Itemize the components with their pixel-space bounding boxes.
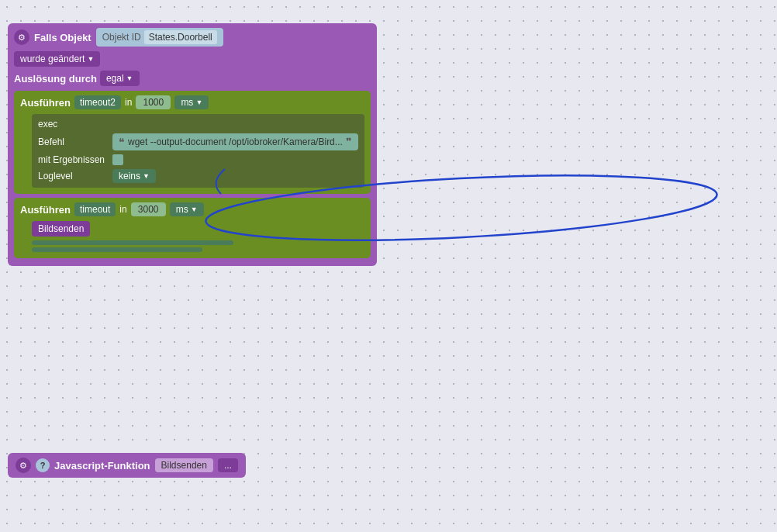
gear-icon[interactable]: ⚙: [14, 29, 29, 45]
ausfuhren1-label: Ausführen: [20, 97, 71, 109]
mit-ergebnissen-row: mit Ergebnissen: [38, 154, 358, 165]
connector-lines: [32, 240, 364, 252]
objekt-id-block: Objekt ID States.Doorbell: [96, 28, 223, 47]
timeout2-badge[interactable]: timeout2: [74, 95, 121, 109]
auslosung-dropdown[interactable]: egal: [100, 71, 140, 86]
function-gear-icon[interactable]: ⚙: [16, 458, 31, 473]
wurde-row: wurde geändert: [14, 51, 371, 67]
wurde-dropdown[interactable]: wurde geändert: [14, 51, 100, 67]
loglevel-label: Loglevel: [38, 171, 108, 181]
timeout-badge[interactable]: timeout: [74, 202, 116, 216]
exec-row: exec: [38, 119, 358, 130]
befehl-label: Befehl: [38, 136, 108, 147]
close-quote: ❞: [346, 136, 352, 148]
bildsenden-badge[interactable]: Bildsenden: [32, 221, 90, 237]
loglevel-dropdown[interactable]: keins: [112, 169, 156, 183]
befehl-row: Befehl ❝ wget --output-document /opt/iob…: [38, 133, 358, 150]
ausfuhren1-block: Ausführen timeout2 in 1000 ms exec Befeh…: [14, 91, 371, 194]
ausfuhren2-ms-unit[interactable]: ms: [170, 202, 204, 216]
auslosung-label: Auslösung durch: [14, 73, 97, 85]
objekt-id-value[interactable]: States.Doorbell: [144, 30, 217, 44]
function-dots-button[interactable]: ...: [218, 458, 238, 472]
loglevel-row: Loglevel keins: [38, 169, 358, 183]
exec-block: exec Befehl ❝ wget --output-document /op…: [32, 114, 364, 188]
falls-header: ⚙ Falls Objekt Objekt ID States.Doorbell: [14, 28, 371, 47]
function-label: Javascript-Funktion: [54, 460, 150, 472]
ausfuhren2-in: in: [119, 204, 126, 215]
function-block-container: ⚙ ? Javascript-Funktion Bildsenden ...: [8, 453, 246, 478]
open-quote: ❝: [119, 136, 125, 148]
exec-label: exec: [38, 119, 108, 130]
falls-objekt-block: ⚙ Falls Objekt Objekt ID States.Doorbell…: [8, 23, 377, 266]
objekt-id-label: Objekt ID: [102, 32, 141, 43]
ausfuhren1-ms-value[interactable]: 1000: [136, 95, 171, 109]
mit-ergebnissen-checkbox[interactable]: [112, 154, 123, 165]
ausfuhren2-ms-value[interactable]: 3000: [131, 202, 166, 216]
function-name-badge[interactable]: Bildsenden: [155, 458, 213, 472]
ausfuhren2-label: Ausführen: [20, 204, 71, 216]
ausfuhren1-ms-unit[interactable]: ms: [174, 95, 209, 109]
main-block-area: ⚙ Falls Objekt Objekt ID States.Doorbell…: [8, 23, 377, 266]
falls-objekt-label: Falls Objekt: [34, 32, 92, 43]
ausfuhren1-in: in: [125, 97, 132, 108]
ausfuhren2-block: Ausführen timeout in 3000 ms Bildsenden: [14, 198, 371, 258]
ausfuhren1-row: Ausführen timeout2 in 1000 ms: [20, 95, 364, 109]
command-text: wget --output-document /opt/iobroker/Kam…: [128, 136, 343, 147]
function-question-icon[interactable]: ?: [36, 458, 50, 472]
bildsenden-container: Bildsenden: [20, 221, 364, 240]
function-block: ⚙ ? Javascript-Funktion Bildsenden ...: [8, 453, 246, 478]
connector-line-1: [32, 240, 233, 245]
ausfuhren2-row: Ausführen timeout in 3000 ms: [20, 202, 364, 216]
connector-line-2: [32, 247, 202, 252]
command-block[interactable]: ❝ wget --output-document /opt/iobroker/K…: [112, 133, 358, 150]
mit-ergebnissen-label: mit Ergebnissen: [38, 154, 108, 165]
auslosung-row: Auslösung durch egal: [14, 71, 371, 86]
